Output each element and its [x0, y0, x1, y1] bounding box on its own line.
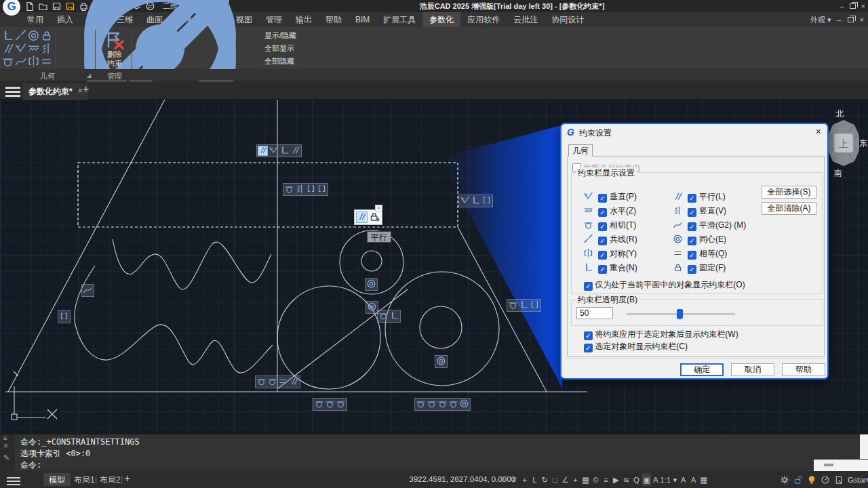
model-tab[interactable]: 模型 — [43, 473, 71, 486]
selection-rectangle[interactable] — [78, 163, 458, 227]
hatch-preview-toggle[interactable]: ▦ — [581, 473, 590, 486]
parallel-constraint-button[interactable] — [1, 43, 14, 56]
page-icon[interactable] — [834, 475, 844, 485]
quick-view-toggle[interactable]: Q — [632, 473, 641, 486]
ribbon-tab-云批注[interactable]: 云批注 — [507, 12, 545, 28]
tangent-constraint-button[interactable] — [1, 56, 14, 68]
command-scrollbar-vertical[interactable] — [860, 434, 868, 459]
open-icon[interactable] — [38, 1, 48, 12]
constraint-badge[interactable] — [256, 144, 302, 157]
dialog-close-icon[interactable]: × — [816, 126, 821, 137]
对称(Y)-checkbox-row[interactable]: 对称(Y) — [583, 248, 637, 260]
lockdelete-icon[interactable] — [369, 211, 380, 223]
constraint-badge[interactable] — [435, 355, 448, 368]
snap-settings-toggle[interactable]: + — [520, 473, 529, 486]
new-layout-button[interactable]: + — [124, 472, 130, 485]
水平(Z)-checkbox-row[interactable]: 水平(Z) — [583, 205, 636, 217]
grid-display-toggle[interactable]: # — [500, 473, 509, 486]
tab-geometry[interactable]: 几何 — [568, 144, 593, 157]
command-scrollbar-horizontal[interactable] — [814, 460, 868, 471]
ribbon-close-button[interactable]: × — [860, 16, 864, 24]
constraint-badge[interactable] — [414, 398, 471, 411]
object-snap-toggle[interactable]: + — [571, 473, 580, 486]
smooth-constraint-button[interactable] — [14, 56, 27, 68]
ribbon-tab-输出[interactable]: 输出 — [289, 12, 319, 28]
相等(Q)-checkbox-row[interactable]: 相等(Q) — [673, 248, 727, 260]
equal-constraint-button[interactable] — [40, 56, 53, 68]
appearance-dropdown[interactable]: 外观 ▾ — [810, 15, 831, 25]
bulb-icon[interactable] — [807, 475, 816, 485]
constraint-badge[interactable] — [507, 299, 541, 312]
constraint-badge[interactable] — [58, 310, 71, 323]
show-after-apply-checkbox[interactable]: 将约束应用于选定对象后显示约束栏(W) — [584, 329, 738, 340]
minimize-button[interactable]: – — [840, 2, 844, 10]
重合(N)-checkbox-row[interactable]: 重合(N) — [583, 262, 637, 274]
ortho-toggle[interactable]: L — [530, 473, 539, 486]
current-plane-checkbox[interactable]: 仅为处于当前平面中的对象显示约束栏(O) — [584, 279, 745, 290]
垂直(P)-checkbox-row[interactable]: 垂直(P) — [583, 191, 637, 203]
angle-snap-toggle[interactable]: ∠ — [561, 473, 570, 486]
平行(L)-checkbox-row[interactable]: 平行(L) — [673, 191, 726, 203]
相切(T)-checkbox-row[interactable]: 相切(T) — [583, 220, 636, 231]
transparency-input[interactable]: 50 — [576, 307, 613, 319]
annotation-scale-toggle[interactable]: A 1:1 ▾ — [652, 473, 677, 486]
status-menu-icon[interactable] — [7, 475, 20, 487]
command-line-panel[interactable]: ≡ × ✎ 命令:_+CONSTRAINTSETTINGS 选项卡索引 <0>:… — [0, 434, 868, 471]
annotation-visibility-toggle[interactable]: A — [679, 473, 688, 486]
fixed-constraint-button[interactable] — [40, 30, 53, 43]
coincident-constraint-button[interactable] — [1, 30, 14, 43]
ribbon-tab-帮助[interactable]: 帮助 — [319, 12, 349, 28]
ribbon-tab-参数化[interactable]: 参数化 — [422, 12, 460, 28]
parallel-icon[interactable] — [356, 211, 368, 223]
constraint-quick-toolbar[interactable]: × — [354, 209, 382, 225]
layout1-tab[interactable]: 布局1 — [74, 474, 95, 486]
snap-toggle[interactable]: # — [510, 473, 519, 486]
collinear-constraint-button[interactable] — [14, 30, 27, 43]
transparency-toggle[interactable]: ≋ — [622, 473, 631, 486]
dialog-title-bar[interactable]: G 约束设置 × — [561, 124, 827, 140]
共线(R)-checkbox-row[interactable]: 共线(R) — [583, 234, 637, 245]
tab-close-icon[interactable]: × — [78, 86, 83, 100]
ribbon-tab-协同设计[interactable]: 协同设计 — [545, 12, 591, 28]
workspace-grid-toggle[interactable]: ▦ — [699, 473, 708, 486]
gauge-icon[interactable] — [821, 475, 830, 485]
constraint-badge[interactable] — [458, 195, 493, 207]
ribbon-tab-管理[interactable]: 管理 — [259, 12, 289, 28]
ribbon-tab-BIM[interactable]: BIM — [349, 13, 376, 26]
panel-expander-icon[interactable]: ◢ — [87, 73, 91, 79]
minibar-close-icon[interactable]: × — [375, 205, 382, 211]
constraint-badge[interactable] — [283, 183, 328, 196]
固定(F)-checkbox-row[interactable]: 固定(F) — [673, 262, 726, 274]
polar-tracking-toggle[interactable]: ↻ — [540, 473, 549, 486]
concentric-constraint-button[interactable] — [27, 30, 40, 43]
perp-constraint-button[interactable] — [14, 43, 27, 56]
new-tab-button[interactable]: + — [83, 83, 89, 96]
ribbon-tab-应用软件[interactable]: 应用软件 — [460, 12, 507, 28]
select-all-button[interactable]: 全部选择(S) — [762, 186, 816, 199]
平滑(G2) (M)-checkbox-row[interactable]: 平滑(G2) (M) — [673, 220, 746, 231]
command-close-icon[interactable]: × — [3, 441, 8, 451]
horizontal-constraint-button[interactable] — [27, 43, 40, 56]
ribbon-minimize-button[interactable]: – — [837, 16, 841, 24]
command-prompt[interactable]: 命令: — [20, 460, 140, 471]
cycle-select-toggle[interactable]: © — [591, 473, 600, 486]
show-on-select-checkbox[interactable]: 选定对象时显示约束栏(C) — [584, 341, 688, 352]
constraint-badge[interactable] — [313, 398, 347, 411]
restore-button[interactable] — [850, 3, 856, 9]
dynamic-input-toggle[interactable]: □ — [551, 473, 559, 486]
monitor-toggle[interactable]: ▣ — [642, 473, 651, 486]
ribbon-tab-常用[interactable]: 常用 — [20, 12, 50, 28]
vertical-constraint-button[interactable] — [40, 43, 53, 56]
transparency-slider-thumb[interactable] — [677, 309, 683, 319]
cancel-button[interactable]: 取消 — [731, 363, 774, 376]
layout2-tab[interactable]: 布局2 — [100, 474, 121, 486]
annotation-auto-toggle[interactable]: A — [689, 473, 698, 486]
drawing-tab[interactable]: 参数化约束* × — [23, 83, 88, 100]
ribbon-tab-扩展工具[interactable]: 扩展工具 — [376, 12, 422, 28]
clear-all-button[interactable]: 全部清除(A) — [762, 202, 816, 215]
全部隐藏-button[interactable]: 全部隐藏 — [58, 55, 296, 68]
help-button[interactable]: 帮助 — [782, 363, 825, 376]
ribbon-restore-button[interactable] — [848, 17, 854, 22]
constraint-badge[interactable] — [365, 278, 378, 291]
gear-icon[interactable] — [780, 475, 789, 485]
